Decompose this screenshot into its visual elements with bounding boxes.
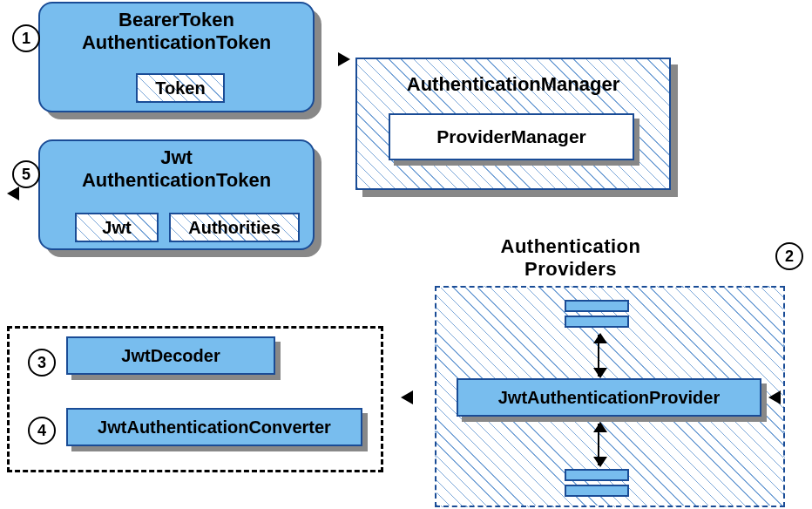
arrow-to-composition-icon xyxy=(401,390,413,404)
arrow-to-provider-icon xyxy=(768,390,781,404)
providers-stack-bottom xyxy=(565,469,629,497)
jwt-auth-title-1: Jwt xyxy=(40,146,313,169)
provider-manager-box: ProviderManager xyxy=(389,113,634,160)
jwt-auth-token-box: Jwt AuthenticationToken Jwt Authorities xyxy=(38,139,315,250)
step-2-marker: 2 xyxy=(775,242,803,270)
stack-bar xyxy=(565,300,629,312)
auth-manager-box: AuthenticationManager ProviderManager xyxy=(355,58,671,190)
providers-title: Authentication Providers xyxy=(453,235,688,281)
jwt-auth-provider-box: JwtAuthenticationProvider xyxy=(457,378,761,417)
bearer-token-box: BearerToken AuthenticationToken Token xyxy=(38,2,315,112)
authorities-inner: Authorities xyxy=(169,213,300,242)
jwt-inner: Jwt xyxy=(75,213,159,242)
bearer-title-2: AuthenticationToken xyxy=(40,31,313,54)
bearer-title-1: BearerToken xyxy=(40,9,313,31)
step-3-marker: 3 xyxy=(28,349,56,377)
step-4-marker: 4 xyxy=(28,417,56,445)
stack-bar xyxy=(565,485,629,497)
stack-bar xyxy=(565,469,629,481)
providers-title-1: Authentication xyxy=(501,235,641,257)
arrow-to-manager-icon xyxy=(338,52,350,66)
diagram-stage: BearerToken AuthenticationToken Token 1 … xyxy=(0,0,812,509)
arrow-out-left-icon xyxy=(7,187,19,200)
arrow-vertical-icon xyxy=(598,424,599,465)
stack-bar xyxy=(565,316,629,328)
bearer-inner-token: Token xyxy=(136,73,225,103)
jwt-decoder-box: JwtDecoder xyxy=(66,336,275,375)
providers-stack-top xyxy=(565,300,629,328)
jwt-auth-converter-box: JwtAuthenticationConverter xyxy=(66,408,362,446)
auth-manager-title: AuthenticationManager xyxy=(357,73,669,96)
step-5-marker: 5 xyxy=(12,160,40,188)
providers-title-2: Providers xyxy=(524,258,617,280)
arrow-vertical-icon xyxy=(598,335,599,377)
step-1-marker: 1 xyxy=(12,24,40,52)
jwt-auth-title-2: AuthenticationToken xyxy=(40,169,313,192)
